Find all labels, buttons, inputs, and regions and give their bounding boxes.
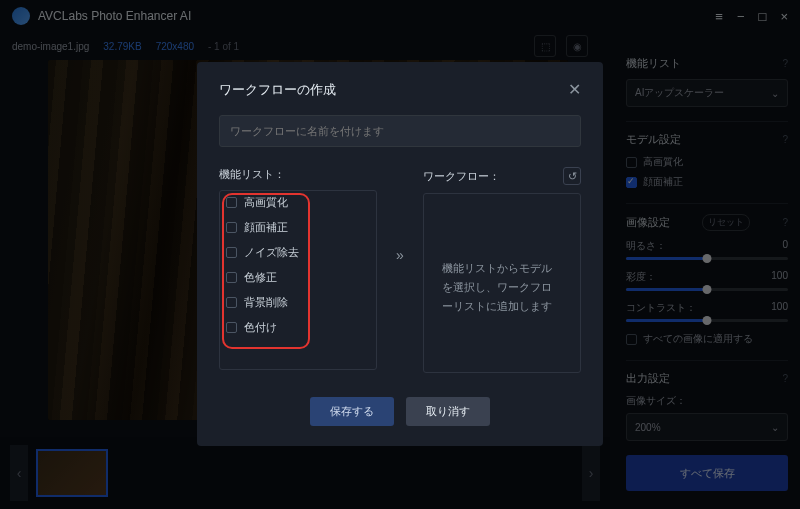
save-button[interactable]: 保存する [310, 397, 394, 426]
workflow-name-input[interactable] [219, 115, 581, 147]
feature-item-upscale[interactable]: 高画質化 [226, 195, 370, 210]
close-icon[interactable]: ✕ [568, 80, 581, 99]
workflow-modal: ワークフローの作成 ✕ 機能リスト： 高画質化 顔面補正 ノイズ除去 色修正 背… [197, 62, 603, 446]
feature-item-denoise[interactable]: ノイズ除去 [226, 245, 370, 260]
modal-backdrop: ワークフローの作成 ✕ 機能リスト： 高画質化 顔面補正 ノイズ除去 色修正 背… [0, 0, 800, 509]
workflow-box: 機能リストからモデルを選択し、ワークフローリストに追加します [423, 193, 581, 373]
feature-item-face[interactable]: 顔面補正 [226, 220, 370, 235]
features-header: 機能リスト： [219, 167, 285, 182]
cancel-button[interactable]: 取り消す [406, 397, 490, 426]
feature-item-color[interactable]: 色修正 [226, 270, 370, 285]
feature-item-bgremove[interactable]: 背景削除 [226, 295, 370, 310]
modal-title: ワークフローの作成 [219, 81, 336, 99]
transfer-arrow-icon[interactable]: » [389, 247, 411, 263]
reset-workflow-icon[interactable]: ↺ [563, 167, 581, 185]
workflow-empty-text: 機能リストからモデルを選択し、ワークフローリストに追加します [432, 204, 572, 316]
feature-list-box: 高画質化 顔面補正 ノイズ除去 色修正 背景削除 色付け [219, 190, 377, 370]
feature-item-colorize[interactable]: 色付け [226, 320, 370, 335]
workflow-header: ワークフロー： [423, 169, 500, 184]
